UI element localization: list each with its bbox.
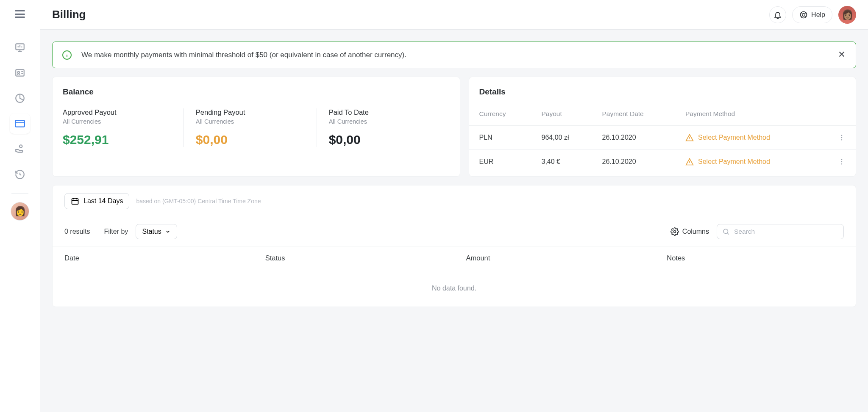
status-filter-label: Status xyxy=(142,228,161,235)
page-title: Billing xyxy=(52,8,86,21)
cell-currency: PLN xyxy=(469,126,537,150)
sidebar-item-history[interactable] xyxy=(10,164,30,185)
date-range-button[interactable]: Last 14 Days xyxy=(64,193,129,209)
date-range-label: Last 14 Days xyxy=(83,197,123,205)
calendar-icon xyxy=(71,197,79,205)
status-filter-button[interactable]: Status xyxy=(136,224,177,239)
svg-point-14 xyxy=(841,163,843,165)
pending-payout-block: Pending Payout All Currencies $0,00 xyxy=(184,108,317,147)
pie-chart-icon xyxy=(14,93,25,104)
sidebar-item-payouts[interactable] xyxy=(10,139,30,159)
col-date: Date xyxy=(53,246,253,270)
cell-date: 26.10.2020 xyxy=(597,150,681,174)
gear-icon xyxy=(670,227,679,236)
svg-point-10 xyxy=(841,137,843,138)
details-title: Details xyxy=(469,87,856,97)
kebab-icon xyxy=(838,134,846,141)
table-row: EUR 3,40 € 26.10.2020 Select Payment Met… xyxy=(469,150,856,174)
details-card: Details Currency Payout Payment Date Pay… xyxy=(469,77,857,177)
approved-sub: All Currencies xyxy=(63,118,172,125)
col-currency: Currency xyxy=(469,105,537,126)
cell-payout: 3,40 € xyxy=(537,150,597,174)
approved-label: Approved Payout xyxy=(63,108,172,116)
balance-title: Balance xyxy=(63,87,450,97)
svg-point-7 xyxy=(802,13,805,16)
timezone-text: based on (GMT-05:00) Central Time Time Z… xyxy=(136,198,261,205)
svg-rect-4 xyxy=(15,120,25,127)
row-actions-button[interactable] xyxy=(838,134,846,141)
paid-to-date-block: Paid To Date All Currencies $0,00 xyxy=(317,108,450,147)
columns-button[interactable]: Columns xyxy=(670,227,709,236)
svg-point-2 xyxy=(18,72,19,73)
balance-card: Balance Approved Payout All Currencies $… xyxy=(52,77,460,177)
approved-payout-block: Approved Payout All Currencies $252,91 xyxy=(63,108,184,147)
results-count: 0 results xyxy=(64,228,96,235)
paid-value: $0,00 xyxy=(329,133,438,147)
transactions-table: Date Status Amount Notes xyxy=(53,246,856,270)
pending-value: $0,00 xyxy=(196,133,305,147)
sidebar: 👩 xyxy=(0,0,40,412)
col-status: Status xyxy=(253,246,454,270)
filter-by-label: Filter by xyxy=(104,228,128,235)
alert-close-button[interactable] xyxy=(837,50,846,60)
kebab-icon xyxy=(838,158,846,166)
columns-label: Columns xyxy=(682,228,709,235)
svg-rect-15 xyxy=(72,199,78,204)
pending-sub: All Currencies xyxy=(196,118,305,125)
col-amount: Amount xyxy=(454,246,655,270)
select-payment-method-link[interactable]: Select Payment Method xyxy=(685,158,828,166)
no-data-text: No data found. xyxy=(53,270,856,307)
divider xyxy=(11,193,28,194)
warning-icon xyxy=(685,133,694,142)
sidebar-item-billing[interactable] xyxy=(10,113,30,134)
cell-date: 26.10.2020 xyxy=(597,126,681,150)
select-payment-method-label: Select Payment Method xyxy=(698,134,770,141)
sidebar-secondary-avatar[interactable]: 👩 xyxy=(11,202,29,221)
col-payout: Payout xyxy=(537,105,597,126)
sidebar-item-profile[interactable] xyxy=(10,63,30,83)
col-payment-date: Payment Date xyxy=(597,105,681,126)
id-card-icon xyxy=(14,67,25,78)
approved-value: $252,91 xyxy=(63,133,172,147)
svg-point-13 xyxy=(841,161,843,163)
svg-point-12 xyxy=(841,159,843,160)
chevron-down-icon xyxy=(165,229,171,235)
close-icon xyxy=(837,50,846,59)
warning-icon xyxy=(685,158,694,166)
menu-toggle-icon[interactable] xyxy=(15,10,25,18)
search-icon xyxy=(722,228,730,235)
svg-point-5 xyxy=(19,145,22,148)
details-table: Currency Payout Payment Date Payment Met… xyxy=(469,105,856,174)
history-icon xyxy=(14,169,25,180)
row-actions-button[interactable] xyxy=(838,158,846,166)
svg-point-11 xyxy=(841,139,843,141)
help-label: Help xyxy=(811,11,825,19)
hand-coin-icon xyxy=(14,144,25,155)
pending-label: Pending Payout xyxy=(196,108,305,116)
cell-payout: 964,00 zł xyxy=(537,126,597,150)
info-icon xyxy=(62,50,72,60)
search-box[interactable] xyxy=(717,224,844,239)
notifications-button[interactable] xyxy=(769,6,786,23)
svg-point-9 xyxy=(841,135,843,136)
sidebar-item-analytics[interactable] xyxy=(10,88,30,108)
help-button[interactable]: Help xyxy=(792,6,832,23)
alert-text: We make monthly payments with minimal th… xyxy=(81,51,828,59)
user-avatar[interactable]: 👩🏽 xyxy=(838,6,856,24)
transactions-card: Last 14 Days based on (GMT-05:00) Centra… xyxy=(52,185,856,307)
topbar: Billing Help 👩🏽 xyxy=(40,0,868,30)
select-payment-method-link[interactable]: Select Payment Method xyxy=(685,133,828,142)
select-payment-method-label: Select Payment Method xyxy=(698,158,770,166)
paid-label: Paid To Date xyxy=(329,108,438,116)
info-alert: We make monthly payments with minimal th… xyxy=(52,41,856,68)
sidebar-item-dashboard[interactable] xyxy=(10,37,30,58)
help-icon xyxy=(799,11,808,19)
credit-card-icon xyxy=(14,118,25,129)
svg-point-16 xyxy=(673,231,676,233)
svg-point-17 xyxy=(723,229,728,234)
col-payment-method: Payment Method xyxy=(680,105,833,126)
monitor-icon xyxy=(14,42,25,53)
paid-sub: All Currencies xyxy=(329,118,438,125)
bell-icon xyxy=(773,11,782,19)
search-input[interactable] xyxy=(734,228,838,235)
